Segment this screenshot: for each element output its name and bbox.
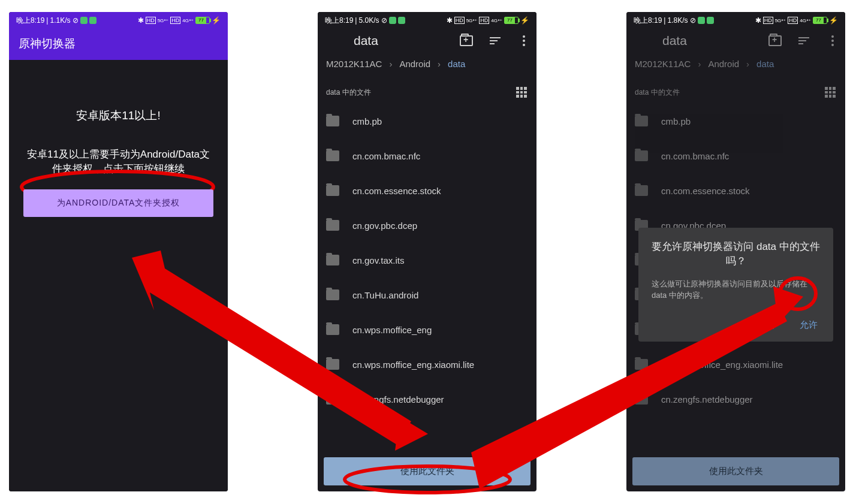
breadcrumb: M2012K11AC › Android › data <box>626 53 845 75</box>
signal-icon-2: 4G⬴ <box>491 18 502 23</box>
file-browser-header: data <box>318 29 536 53</box>
use-folder-button[interactable]: 使用此文件夹 <box>324 457 530 485</box>
status-bar: 晚上8:19 | 1.8K/s ⊘ ✱ HD 5G⬴ HD 4G⬴ 77 ⚡ <box>626 12 845 29</box>
app-title-bar: 原神切换器 <box>9 29 228 60</box>
section-label-text: data 中的文件 <box>326 87 371 98</box>
hamburger-icon[interactable] <box>324 34 337 47</box>
permission-dialog: 要允许原神切换器访问 data 中的文件吗？ 这么做可让原神切换器访问目前及以后… <box>638 228 833 342</box>
folder-icon <box>326 359 339 370</box>
more-icon[interactable] <box>826 34 839 47</box>
folder-item[interactable]: cn.TuHu.android <box>318 277 536 312</box>
folder-item[interactable]: cmb.pb <box>318 104 536 138</box>
dialog-overlay: 要允许原神切换器访问 data 中的文件吗？ 这么做可让原神切换器访问目前及以后… <box>626 216 845 354</box>
folder-name: cn.TuHu.android <box>352 290 418 300</box>
breadcrumb: M2012K11AC › Android › data <box>318 53 536 75</box>
chat-icon <box>389 17 396 24</box>
folder-item[interactable]: cn.wps.moffice_eng.xiaomi.lite <box>318 347 536 382</box>
folder-name: cn.wps.moffice_eng.xiaomi.lite <box>352 360 474 370</box>
folder-icon <box>635 394 648 405</box>
folder-item[interactable]: cmb.pb <box>626 104 845 138</box>
status-bar: 晚上8:19 | 5.0K/s ⊘ ✱ HD 5G⬴ HD 4G⬴ 77 ⚡ <box>318 12 536 29</box>
breadcrumb-item[interactable]: Android <box>708 59 739 69</box>
bluetooth-icon: ✱ <box>138 16 144 25</box>
folder-item[interactable]: cn.com.essence.stock <box>626 173 845 208</box>
folder-icon <box>326 394 339 405</box>
more-icon[interactable] <box>517 34 530 47</box>
signal-icon: 5G⬴ <box>775 18 786 23</box>
folder-name: cn.zengfs.netdebugger <box>352 394 444 405</box>
charging-icon: ⚡ <box>212 16 221 25</box>
folder-icon <box>635 116 648 126</box>
chevron-right-icon: › <box>389 59 392 69</box>
folder-name: cn.com.bmac.nfc <box>661 151 729 161</box>
cancel-button[interactable]: 取消 <box>754 316 777 334</box>
hd-icon-2: HD <box>788 17 798 24</box>
folder-item[interactable]: cn.gov.pbc.dcep <box>318 208 536 243</box>
signal-icon-2: 4G⬴ <box>182 18 194 23</box>
folder-icon <box>326 220 339 231</box>
app-body: 安卓版本11以上! 安卓11及以上需要手动为Android/Data文件夹授权，… <box>9 60 228 491</box>
chat-icon-2 <box>398 17 405 24</box>
folder-icon <box>326 150 339 161</box>
signal-icon: 5G⬴ <box>158 18 169 23</box>
battery-icon: 77 <box>813 17 827 24</box>
chevron-right-icon: › <box>438 59 441 69</box>
folder-title: data <box>662 34 752 48</box>
bluetooth-icon: ✱ <box>447 16 453 25</box>
breadcrumb-item[interactable]: M2012K11AC <box>635 59 691 69</box>
folder-item[interactable]: cn.com.bmac.nfc <box>318 138 536 173</box>
folder-item[interactable]: cn.com.essence.stock <box>318 173 536 208</box>
file-browser-header: data <box>626 29 845 53</box>
sort-icon[interactable] <box>797 34 810 47</box>
folder-icon <box>635 185 648 196</box>
section-header: data 中的文件 <box>626 75 845 104</box>
status-bar: 晚上8:19 | 1.1K/s ⊘ ✱ HD 5G⬴ HD 4G⬴ 77 ⚡ <box>9 12 228 29</box>
new-folder-icon[interactable] <box>768 34 782 47</box>
status-time: 晚上8:19 <box>634 16 662 26</box>
chat-icon <box>80 17 88 24</box>
breadcrumb-item[interactable]: Android <box>399 59 430 69</box>
authorize-button[interactable]: 为ANDROID/DATA文件夹授权 <box>23 189 213 217</box>
folder-item[interactable]: cn.zengfs.netdebugger <box>626 382 845 417</box>
dialog-actions: 取消 允许 <box>652 316 820 334</box>
signal-icon: 5G⬴ <box>466 18 478 23</box>
folder-item[interactable]: cn.wps.moffice_eng <box>318 312 536 347</box>
folder-name: cmb.pb <box>352 116 382 126</box>
grid-view-icon[interactable] <box>824 86 837 99</box>
folder-icon <box>635 150 648 161</box>
dnd-icon: ⊘ <box>690 16 696 25</box>
status-speed: 1.1K/s <box>50 16 70 25</box>
charging-icon: ⚡ <box>520 16 529 25</box>
breadcrumb-item[interactable]: M2012K11AC <box>326 59 382 69</box>
dialog-message: 这么做可让原神切换器访问目前及以后存储在 data 中的内容。 <box>652 278 820 301</box>
dialog-title: 要允许原神切换器访问 data 中的文件吗？ <box>652 240 820 268</box>
folder-item[interactable]: cn.com.bmac.nfc <box>626 138 845 173</box>
hd-icon: HD <box>454 17 465 24</box>
headline-text: 安卓版本11以上! <box>23 108 213 123</box>
folder-title: data <box>354 34 443 48</box>
folder-name: cn.wps.moffice_eng.xiaomi.lite <box>661 360 783 370</box>
allow-button[interactable]: 允许 <box>797 316 820 334</box>
folder-item[interactable]: cn.zengfs.netdebugger <box>318 382 536 417</box>
sort-icon[interactable] <box>489 34 502 47</box>
folder-name: cn.gov.pbc.dcep <box>352 221 417 231</box>
folder-name: cn.zengfs.netdebugger <box>661 394 753 405</box>
new-folder-icon[interactable] <box>460 34 473 47</box>
dnd-icon: ⊘ <box>381 16 387 25</box>
chat-icon <box>698 17 705 24</box>
folder-item[interactable]: cn.gov.tax.its <box>318 243 536 277</box>
breadcrumb-current[interactable]: data <box>756 59 774 69</box>
battery-icon: 77 <box>504 17 519 24</box>
use-folder-button[interactable]: 使用此文件夹 <box>632 457 839 485</box>
folder-name: cn.com.bmac.nfc <box>352 151 420 161</box>
folder-icon <box>635 359 648 370</box>
battery-icon: 77 <box>195 17 210 24</box>
grid-view-icon[interactable] <box>515 86 528 99</box>
section-header: data 中的文件 <box>318 75 536 104</box>
breadcrumb-current[interactable]: data <box>448 59 465 69</box>
hamburger-icon[interactable] <box>632 34 646 47</box>
folder-name: cmb.pb <box>661 116 691 126</box>
hd-icon: HD <box>763 17 773 24</box>
file-list: cmb.pb cn.com.bmac.nfc cn.com.essence.st… <box>318 104 536 452</box>
phone-screenshot-2: 晚上8:19 | 5.0K/s ⊘ ✱ HD 5G⬴ HD 4G⬴ 77 ⚡ d… <box>318 12 536 491</box>
